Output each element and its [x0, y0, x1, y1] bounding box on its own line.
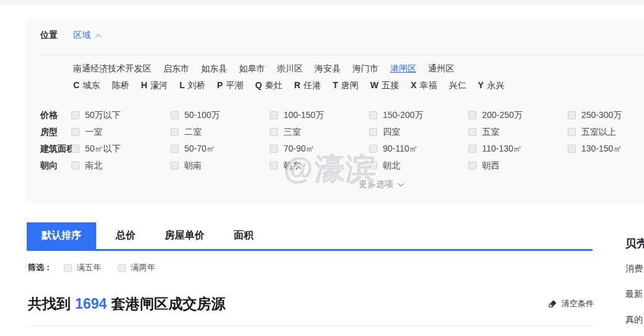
clear-filters-label: 清空条件: [561, 298, 594, 309]
tab-total-price[interactable]: 总价: [96, 222, 155, 249]
sidebar-item[interactable]: 真的: [625, 314, 644, 325]
checkbox-icon[interactable]: [71, 161, 79, 170]
refine-option-label: 满两年: [131, 262, 155, 273]
filter-option-label: 70-90㎡: [284, 143, 315, 155]
filter-option[interactable]: 250-300万: [568, 110, 644, 121]
checkbox-icon[interactable]: [64, 264, 72, 272]
subdistrict-link[interactable]: Q秦灶: [255, 79, 282, 91]
filter-option[interactable]: 四室: [369, 127, 468, 138]
divider: [28, 325, 593, 326]
top-strip: [0, 0, 644, 5]
checkbox-icon[interactable]: [270, 128, 278, 136]
tabbar-underline: [27, 249, 593, 251]
district-link[interactable]: 海门市: [352, 62, 378, 75]
clear-filters-button[interactable]: 清空条件: [548, 298, 594, 309]
subdistrict-letter: L: [179, 80, 185, 90]
subdistrict-link[interactable]: R任港: [294, 79, 321, 91]
subdistrict-link[interactable]: H濠河: [141, 79, 168, 91]
filter-option[interactable]: 朝北: [369, 160, 468, 171]
checkbox-icon[interactable]: [568, 128, 576, 136]
filter-option[interactable]: 100-150万: [270, 110, 369, 121]
more-options-label: 更多选项: [359, 179, 393, 190]
subdistrict-letter: W: [370, 80, 378, 90]
filter-option[interactable]: 70-90㎡: [270, 143, 369, 155]
district-link[interactable]: 通州区: [428, 62, 454, 75]
filter-option[interactable]: 200-250万: [468, 110, 568, 121]
subdistrict-link[interactable]: W五接: [370, 79, 399, 91]
checkbox-icon[interactable]: [71, 145, 79, 153]
subdistrict-link[interactable]: T唐闸: [333, 79, 359, 91]
filter-option[interactable]: 五室: [468, 127, 568, 138]
filter-option[interactable]: 五室以上: [568, 127, 644, 138]
subdistrict-letter: T: [333, 80, 338, 90]
subdistrict-letter: Q: [255, 80, 262, 90]
district-link[interactable]: 南通经济技术开发区: [73, 62, 151, 75]
filter-row-area: 建筑面积 50㎡以下 50-70㎡ 70-90㎡ 90-110㎡ 110-130…: [40, 140, 644, 157]
filter-option[interactable]: 50万以下: [71, 110, 171, 121]
filter-row-rooms: 房型 一室 二室 三室 四室 五室 五室以上: [40, 124, 644, 140]
checkbox-icon[interactable]: [369, 128, 377, 136]
sidebar-item[interactable]: 最新: [625, 289, 644, 300]
checkbox-icon[interactable]: [270, 145, 278, 153]
checkbox-icon[interactable]: [568, 145, 576, 153]
checkbox-icon[interactable]: [71, 111, 79, 119]
filter-option[interactable]: 朝南: [171, 160, 270, 171]
filter-option[interactable]: 110-130㎡: [468, 143, 568, 155]
checkbox-icon[interactable]: [270, 111, 278, 119]
checkbox-icon[interactable]: [468, 145, 476, 153]
filter-option[interactable]: 90-110㎡: [369, 143, 468, 155]
checkbox-icon[interactable]: [468, 128, 476, 136]
subdistrict-link[interactable]: Y永兴: [478, 79, 504, 91]
checkbox-icon[interactable]: [171, 128, 179, 136]
sort-tabbar: 默认排序 总价 房屋单价 面积: [27, 222, 273, 249]
filter-option[interactable]: 二室: [171, 127, 270, 138]
filter-option[interactable]: 一室: [71, 127, 171, 138]
filter-option[interactable]: 50-100万: [171, 110, 270, 121]
subdistrict-link[interactable]: X幸福: [411, 79, 437, 91]
refine-option-two-years[interactable]: 满两年: [118, 262, 155, 273]
filter-option[interactable]: 南北: [71, 160, 171, 171]
tab-unit-price[interactable]: 房屋单价: [155, 222, 214, 249]
location-row: 位置 区域: [40, 29, 102, 42]
district-link[interactable]: 崇川区: [277, 62, 303, 75]
filter-option[interactable]: 三室: [270, 127, 369, 138]
subdistrict-list: C城东 陈桥 H濠河 L刘桥 P平潮 Q秦灶 R任港 T唐闸 W五接 X幸福 兴…: [73, 79, 504, 91]
checkbox-icon[interactable]: [369, 145, 377, 153]
checkbox-icon[interactable]: [369, 111, 377, 119]
checkbox-icon[interactable]: [270, 161, 278, 170]
district-link[interactable]: 如东县: [201, 62, 227, 75]
district-link-active[interactable]: 港闸区: [390, 62, 416, 75]
subdistrict-link[interactable]: P平潮: [217, 79, 243, 91]
district-link[interactable]: 海安县: [315, 62, 341, 75]
filter-option-label: 130-150㎡: [581, 143, 622, 155]
region-toggle[interactable]: 区域: [73, 30, 102, 41]
checkbox-icon[interactable]: [468, 111, 476, 119]
district-link[interactable]: 启东市: [163, 62, 189, 75]
sidebar-item[interactable]: 消费: [625, 263, 644, 275]
filter-option[interactable]: 朝西: [468, 160, 568, 171]
checkbox-icon[interactable]: [171, 145, 179, 153]
checkbox-icon[interactable]: [118, 264, 126, 272]
filter-option[interactable]: 150-200万: [369, 110, 468, 121]
subdistrict-name: 濠河: [150, 80, 168, 90]
subdistrict-link[interactable]: L刘桥: [179, 79, 205, 91]
district-link[interactable]: 如皋市: [239, 62, 265, 75]
subdistrict-name: 五接: [382, 80, 399, 90]
filter-option[interactable]: 50㎡以下: [71, 143, 171, 155]
tab-area[interactable]: 面积: [214, 222, 273, 249]
subdistrict-link[interactable]: 兴仁: [449, 79, 466, 91]
checkbox-icon[interactable]: [71, 128, 79, 136]
checkbox-icon[interactable]: [171, 161, 179, 170]
checkbox-icon[interactable]: [171, 111, 179, 119]
subdistrict-link[interactable]: 陈桥: [112, 79, 129, 91]
more-options-button[interactable]: 更多选项: [359, 179, 405, 190]
checkbox-icon[interactable]: [568, 111, 576, 119]
filter-option[interactable]: 朝东: [270, 160, 369, 171]
subdistrict-link[interactable]: C城东: [73, 79, 100, 91]
refine-option-five-years[interactable]: 满五年: [64, 262, 101, 273]
checkbox-icon[interactable]: [369, 161, 377, 170]
checkbox-icon[interactable]: [468, 161, 476, 170]
filter-option[interactable]: 130-150㎡: [568, 143, 644, 155]
filter-option[interactable]: 50-70㎡: [171, 143, 270, 155]
tab-default-sort[interactable]: 默认排序: [27, 222, 96, 249]
